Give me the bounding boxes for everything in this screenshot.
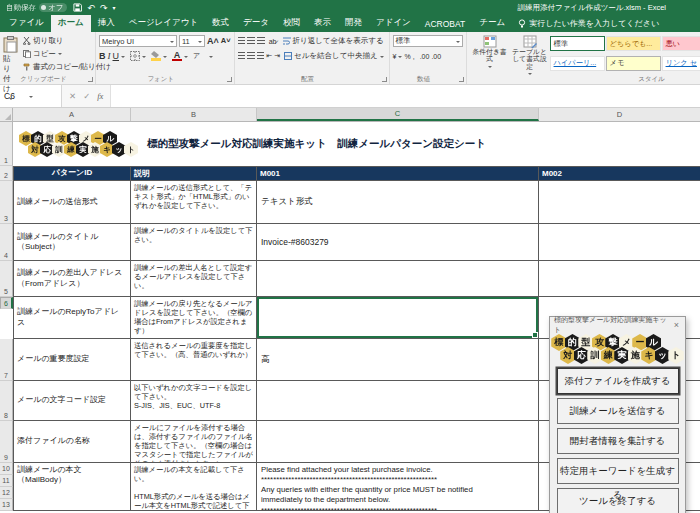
row-header-3[interactable]: 3 — [0, 181, 13, 224]
cell-b6[interactable]: 訓練メールの戻り先となるメールアドレスを設定して下さい。（空欄の場合はFromア… — [131, 297, 257, 339]
send-training-mail-button[interactable]: 訓練メールを送信する — [557, 398, 679, 424]
sheet-title-cell[interactable]: 標的型攻撃メール 対応訓練実施キット 標的型攻撃メール対応訓練実施キット 訓練メ… — [13, 122, 700, 166]
cell-b8[interactable]: 以下いずれかの文字コードを設定して下さい。 S-JIS、JIS、EUC、UTF-… — [131, 381, 257, 421]
dialog-close-icon[interactable]: × — [672, 320, 681, 330]
decrease-decimal-icon[interactable]: .00 — [431, 53, 441, 60]
alignment-dialog-launcher-icon[interactable] — [382, 77, 387, 82]
comma-style-icon[interactable]: , — [413, 53, 415, 60]
align-left-icon[interactable] — [238, 52, 246, 60]
font-dialog-launcher-icon[interactable] — [227, 77, 232, 82]
row-header-7[interactable]: 7 — [0, 339, 13, 381]
cell-d3[interactable] — [539, 181, 700, 224]
tab-developer[interactable]: 開発 — [338, 15, 369, 32]
column-header-a[interactable]: A — [13, 108, 131, 121]
cell-b7[interactable]: 送信されるメールの重要度を指定して下さい。（高、普通のいずれか） — [131, 339, 257, 381]
save-icon[interactable] — [73, 3, 82, 12]
grow-font-icon[interactable]: A˄ — [207, 37, 219, 45]
cell-b9[interactable]: メールにファイルを添付する場合は、添付するファイルのファイル名を指定して下さい。… — [131, 421, 257, 463]
cell-d4[interactable] — [539, 224, 700, 261]
row-header-6[interactable]: 6 — [0, 297, 13, 309]
formula-input[interactable] — [111, 85, 700, 107]
create-attachment-button[interactable]: 添付ファイルを作成する — [557, 368, 679, 394]
align-right-icon[interactable] — [257, 52, 265, 60]
row-header-9[interactable]: 9 — [0, 421, 13, 463]
percent-icon[interactable]: % — [404, 53, 410, 60]
row-header-4[interactable]: 4 — [0, 224, 13, 261]
cell-a2[interactable]: パターンID — [13, 166, 131, 181]
phonetic-guide-icon[interactable]: ア゙ — [193, 51, 207, 61]
cell-style-bad[interactable]: 悪い — [662, 36, 700, 51]
bold-button[interactable]: B — [99, 51, 106, 61]
borders-icon[interactable] — [130, 51, 140, 61]
paste-button[interactable]: 貼り付け — [3, 34, 18, 102]
tab-view[interactable]: 表示 — [307, 15, 338, 32]
cell-b10[interactable]: 訓練メールの本文を記載して下さい。 HTML形式のメールを送る場合はメール本文を… — [131, 463, 257, 511]
tab-home[interactable]: ホーム — [51, 15, 91, 32]
align-top-icon[interactable] — [238, 37, 246, 45]
redo-icon[interactable]: ↷ — [100, 3, 108, 13]
column-header-d[interactable]: D — [539, 108, 700, 121]
number-dialog-launcher-icon[interactable] — [459, 77, 464, 82]
format-as-table-button[interactable]: テーブルとして書式設定 — [510, 34, 550, 74]
row-header-13[interactable]: 13 — [0, 499, 13, 511]
cell-style-note[interactable]: メモ — [606, 56, 661, 71]
cell-b2[interactable]: 説明 — [131, 166, 257, 181]
tab-review[interactable]: 校閲 — [276, 15, 307, 32]
column-header-b[interactable]: B — [131, 108, 257, 121]
conditional-formatting-button[interactable]: 条件付き書式 — [470, 34, 510, 74]
orientation-icon[interactable]: ab̷ — [269, 38, 277, 45]
tab-insert[interactable]: 挿入 — [91, 15, 122, 32]
cell-c6-active[interactable] — [257, 297, 539, 339]
autosave-toggle[interactable]: 自動保存 オフ — [6, 3, 67, 13]
cell-c4[interactable]: Invoice-#8603279 — [257, 224, 539, 261]
shrink-font-icon[interactable]: A˅ — [221, 37, 231, 45]
cell-a6[interactable]: 訓練メールのReplyToアドレス — [13, 297, 131, 339]
font-size-select[interactable]: 11 — [179, 35, 205, 47]
cell-style-neutral[interactable]: どちらでも... — [606, 36, 661, 51]
generate-keyword-button[interactable]: 特定用キーワードを生成する — [557, 458, 679, 484]
cell-b4[interactable]: 訓練メールのタイトルを設定して下さい。 — [131, 224, 257, 261]
dialog-titlebar[interactable]: 標的型攻撃メール対応訓練実施キット × — [550, 317, 685, 332]
cell-c2[interactable]: M001 — [257, 166, 539, 181]
tell-me-box[interactable]: 実行したい作業を入力してください — [512, 16, 665, 32]
undo-icon[interactable]: ↶ — [87, 3, 95, 13]
row-header-10[interactable]: 10 — [0, 463, 13, 475]
cell-a8[interactable]: メールの文字コード設定 — [13, 381, 131, 421]
currency-icon[interactable]: ¥ — [393, 53, 397, 60]
underline-button[interactable]: U — [113, 51, 120, 61]
cell-style-hyperlink[interactable]: ハイパーリ... — [550, 56, 605, 71]
cell-c8[interactable] — [257, 381, 539, 421]
row-header-5[interactable]: 5 — [0, 261, 13, 297]
number-format-select[interactable]: 標準 — [393, 35, 463, 47]
row-header-1[interactable]: 1 — [0, 122, 13, 166]
cell-style-normal[interactable]: 標準 — [550, 36, 605, 51]
increase-indent-icon[interactable]: ⇥ — [274, 52, 280, 60]
cell-d5[interactable] — [539, 261, 700, 297]
cell-a4[interactable]: 訓練メールのタイトル （Subject） — [13, 224, 131, 261]
cell-style-linked-cell[interactable]: リンク セ — [662, 56, 700, 71]
cell-a5[interactable]: 訓練メールの差出人アドレス （Fromアドレス） — [13, 261, 131, 297]
align-center-icon[interactable] — [247, 52, 255, 60]
cell-a9[interactable]: 添付ファイルの名称 — [13, 421, 131, 463]
tab-team[interactable]: チーム — [472, 15, 512, 32]
cell-d2[interactable]: M002 — [539, 166, 700, 181]
cell-c10-mailbody[interactable]: Please find attached your latest purchas… — [257, 463, 539, 511]
cell-c3[interactable]: テキスト形式 — [257, 181, 539, 224]
cell-b3[interactable]: 訓練メールの送信形式として、「テキスト形式」か「HTML形式」のいずれかを設定し… — [131, 181, 257, 224]
tab-addins[interactable]: アドイン — [369, 15, 418, 32]
cell-a3[interactable]: 訓練メールの送信形式 — [13, 181, 131, 224]
italic-button[interactable]: I — [108, 51, 111, 61]
decrease-indent-icon[interactable]: ⇤ — [266, 52, 272, 60]
cell-c9[interactable] — [257, 421, 539, 463]
tab-formulas[interactable]: 数式 — [205, 15, 236, 32]
fill-color-icon[interactable] — [151, 51, 161, 61]
cell-c7[interactable]: 高 — [257, 339, 539, 381]
tab-file[interactable]: ファイル — [2, 15, 51, 32]
qat-customize-icon[interactable]: ▾ — [112, 4, 115, 11]
clipboard-dialog-launcher-icon[interactable] — [88, 77, 93, 82]
tab-data[interactable]: データ — [236, 15, 276, 32]
font-family-select[interactable]: Meiryo UI — [99, 35, 177, 47]
row-header-2[interactable]: 2 — [0, 166, 13, 181]
align-bottom-icon[interactable] — [257, 37, 265, 45]
tab-page-layout[interactable]: ページレイアウト — [122, 15, 205, 32]
